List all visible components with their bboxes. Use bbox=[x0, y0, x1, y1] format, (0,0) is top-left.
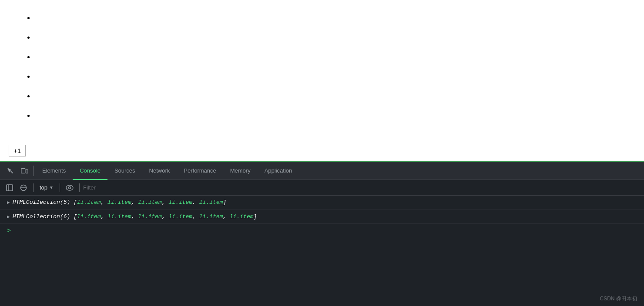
toolbar-divider-1 bbox=[33, 183, 34, 192]
svg-point-6 bbox=[66, 185, 73, 190]
tabs-divider bbox=[33, 166, 34, 176]
console-line-2: ▶ HTMLCollection(6) [li.item, li.item, l… bbox=[0, 210, 644, 224]
page-content: +1 bbox=[0, 0, 644, 161]
devtools-tabs-bar: Elements Console Sources Network Perform… bbox=[0, 162, 644, 180]
list-item bbox=[35, 111, 627, 120]
tab-network[interactable]: Network bbox=[142, 162, 177, 180]
filter-input[interactable] bbox=[83, 184, 641, 191]
svg-point-7 bbox=[68, 186, 70, 189]
clear-console-icon[interactable] bbox=[17, 182, 30, 194]
console-toolbar: top ▼ bbox=[0, 180, 644, 196]
context-selector[interactable]: top ▼ bbox=[37, 183, 56, 192]
toolbar-divider-2 bbox=[60, 183, 60, 192]
tab-sources[interactable]: Sources bbox=[107, 162, 142, 180]
toolbar-divider-3 bbox=[79, 183, 80, 192]
inspect-element-icon[interactable] bbox=[3, 164, 17, 178]
expand-arrow-2[interactable]: ▶ bbox=[7, 213, 10, 221]
devtools: Elements Console Sources Network Perform… bbox=[0, 161, 644, 306]
context-label: top bbox=[40, 184, 47, 191]
svg-rect-1 bbox=[26, 170, 28, 173]
devtools-panel: Elements Console Sources Network Perform… bbox=[0, 161, 644, 306]
tab-elements[interactable]: Elements bbox=[35, 162, 73, 180]
console-output: ▶ HTMLCollection(5) [li.item, li.item, l… bbox=[0, 196, 644, 306]
list-item bbox=[35, 52, 627, 61]
svg-rect-2 bbox=[7, 185, 13, 191]
sidebar-toggle-icon[interactable] bbox=[3, 182, 16, 194]
expand-arrow-1[interactable]: ▶ bbox=[7, 198, 10, 206]
eye-icon[interactable] bbox=[64, 182, 76, 194]
console-line-2-text: HTMLCollection(6) [li.item, li.item, li.… bbox=[13, 213, 257, 221]
console-line-1-text: HTMLCollection(5) [li.item, li.item, li.… bbox=[13, 198, 227, 207]
plus-one-badge: +1 bbox=[9, 145, 26, 156]
tab-performance[interactable]: Performance bbox=[177, 162, 223, 180]
svg-rect-0 bbox=[21, 168, 25, 173]
tab-console[interactable]: Console bbox=[73, 162, 107, 180]
watermark: CSDN @田本初 bbox=[600, 295, 637, 303]
bullet-list bbox=[17, 9, 627, 120]
list-item bbox=[35, 72, 627, 81]
console-line-1: ▶ HTMLCollection(5) [li.item, li.item, l… bbox=[0, 196, 644, 210]
list-item bbox=[35, 33, 627, 42]
tab-memory[interactable]: Memory bbox=[223, 162, 258, 180]
list-item bbox=[35, 91, 627, 100]
device-toolbar-icon[interactable] bbox=[17, 164, 31, 178]
list-item bbox=[35, 13, 627, 22]
filter-input-wrapper bbox=[83, 183, 641, 193]
chevron-down-icon: ▼ bbox=[49, 185, 54, 190]
console-prompt-symbol: > bbox=[7, 227, 11, 235]
tab-application[interactable]: Application bbox=[258, 162, 299, 180]
console-prompt-line[interactable]: > bbox=[0, 224, 644, 238]
